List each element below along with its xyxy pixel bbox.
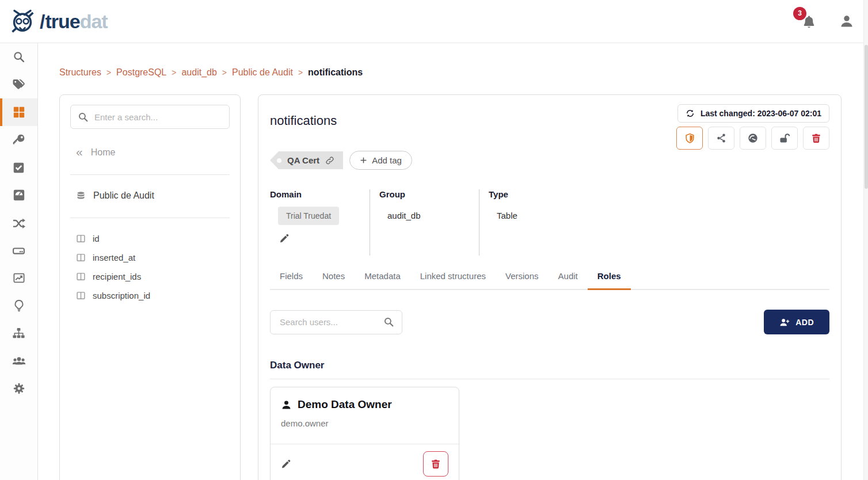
sidebar-item-structures[interactable]: [0, 98, 37, 126]
home-label: Home: [91, 147, 116, 158]
user-search-box: [270, 310, 402, 334]
role-section-title: Data Owner: [270, 360, 829, 379]
database-icon: [76, 191, 86, 201]
pencil-icon[interactable]: [279, 233, 290, 243]
delete-structure-button[interactable]: [803, 127, 829, 150]
structure-tree-panel: « Home Public de Audit id insert: [59, 94, 241, 480]
breadcrumb-separator: >: [172, 68, 176, 77]
group-label: Group: [379, 189, 479, 199]
group-column: Group audit_db: [370, 189, 479, 256]
user-menu-button[interactable]: [839, 14, 854, 29]
owl-icon: [9, 9, 36, 33]
add-tag-button[interactable]: Add tag: [349, 151, 412, 170]
search-icon[interactable]: [383, 317, 394, 327]
breadcrumb-separator: >: [222, 68, 227, 77]
field-label: subscription_id: [93, 291, 150, 300]
sidebar-item-settings[interactable]: [0, 375, 37, 402]
breadcrumb-link-structures[interactable]: Structures: [59, 67, 101, 78]
field-item[interactable]: inserted_at: [70, 253, 230, 262]
parent-label: Public de Audit: [93, 191, 154, 201]
add-button-label: ADD: [795, 318, 814, 327]
link-icon[interactable]: [325, 156, 334, 165]
tab-roles[interactable]: Roles: [588, 271, 631, 290]
quality-gauge-icon: [13, 189, 25, 201]
lineage-shuffle-icon: [12, 216, 25, 230]
columns-icon: [76, 272, 86, 281]
field-label: inserted_at: [93, 253, 135, 262]
user-plus-icon: [779, 317, 790, 327]
divider: [70, 174, 230, 175]
breadcrumb-link-system[interactable]: PostgreSQL: [116, 67, 166, 78]
shield-icon: [684, 133, 695, 144]
user-icon: [281, 399, 292, 410]
tab-linked-structures[interactable]: Linked structures: [410, 271, 496, 290]
protect-button[interactable]: [676, 127, 703, 150]
sidebar-item-insights[interactable]: [0, 292, 37, 319]
tab-audit[interactable]: Audit: [549, 271, 588, 290]
domain-value-chip: Trial Truedat: [278, 207, 339, 225]
sidebar-item-tags[interactable]: [0, 71, 37, 98]
tab-fields[interactable]: Fields: [270, 271, 313, 290]
sidebar-item-systems[interactable]: [0, 237, 37, 264]
last-changed-box: Last changed: 2023-06-07 02:01: [677, 104, 829, 123]
insights-bulb-icon: [13, 299, 25, 312]
tag-label: QA Cert: [287, 155, 319, 165]
scrollbar-thumb[interactable]: [865, 45, 868, 189]
field-label: recipient_ids: [93, 272, 141, 281]
sidebar-item-groups[interactable]: [0, 347, 37, 375]
structures-grid-icon: [13, 106, 25, 119]
sidebar-item-permissions[interactable]: [0, 126, 37, 154]
user-search-input[interactable]: [270, 310, 402, 334]
trash-icon: [431, 459, 441, 469]
sidebar-item-dashboards[interactable]: [0, 264, 37, 292]
sidebar-item-lineage[interactable]: [0, 209, 37, 237]
add-role-user-button[interactable]: ADD: [764, 310, 829, 334]
tab-versions[interactable]: Versions: [496, 271, 549, 290]
sidebar-item-quality[interactable]: [0, 181, 37, 209]
breadcrumb-link-db[interactable]: audit_db: [181, 67, 216, 78]
breadcrumb-link-schema[interactable]: Public de Audit: [232, 67, 293, 78]
share-button[interactable]: [708, 127, 734, 150]
field-item[interactable]: id: [70, 234, 230, 243]
rules-check-icon: [13, 162, 25, 174]
pencil-icon[interactable]: [281, 459, 291, 469]
logo-slash: /: [38, 10, 45, 32]
sidebar-item-rules[interactable]: [0, 154, 37, 181]
tree-parent-node[interactable]: Public de Audit: [76, 191, 230, 201]
notification-badge: 3: [793, 7, 806, 20]
tag-qa-cert[interactable]: QA Cert: [270, 151, 343, 169]
columns-icon: [76, 234, 86, 243]
breadcrumb-current: notifications: [308, 67, 363, 78]
last-changed-label: Last changed: 2023-06-07 02:01: [701, 109, 821, 118]
quality-button[interactable]: [740, 127, 766, 150]
breadcrumb-separator: >: [298, 68, 303, 77]
remove-role-user-button[interactable]: [423, 451, 448, 477]
tree-search-input[interactable]: [94, 112, 222, 122]
domain-column: Domain Trial Truedat: [270, 189, 370, 256]
field-item[interactable]: recipient_ids: [70, 272, 230, 281]
structure-detail-panel: notifications Last changed: 2023-06-07 0…: [258, 94, 842, 480]
search-icon: [78, 112, 89, 123]
tree-back-home[interactable]: « Home: [76, 147, 230, 158]
page-scrollbar[interactable]: [863, 0, 868, 480]
unlock-button[interactable]: [771, 127, 798, 150]
tab-metadata[interactable]: Metadata: [355, 271, 410, 290]
systems-drive-icon: [12, 244, 25, 257]
refresh-icon[interactable]: [686, 109, 695, 118]
tab-notes[interactable]: Notes: [313, 271, 355, 290]
logo-brand-secondary: dat: [80, 10, 108, 32]
divider: [70, 218, 230, 218]
truedat-logo[interactable]: /truedat: [9, 9, 108, 33]
notifications-button[interactable]: 3: [802, 14, 816, 29]
columns-icon: [76, 291, 86, 300]
sidebar-item-taxonomy[interactable]: [0, 319, 37, 347]
share-icon: [716, 133, 726, 143]
trash-icon: [811, 133, 821, 143]
field-list: id inserted_at recipient_ids subscriptio…: [70, 234, 230, 300]
sidebar-item-search[interactable]: [0, 43, 37, 71]
type-column: Type Table: [479, 189, 580, 256]
tags-icon: [12, 78, 25, 92]
field-item[interactable]: subscription_id: [70, 291, 230, 300]
breadcrumb: Structures > PostgreSQL > audit_db > Pub…: [59, 67, 842, 78]
search-icon: [13, 51, 25, 63]
